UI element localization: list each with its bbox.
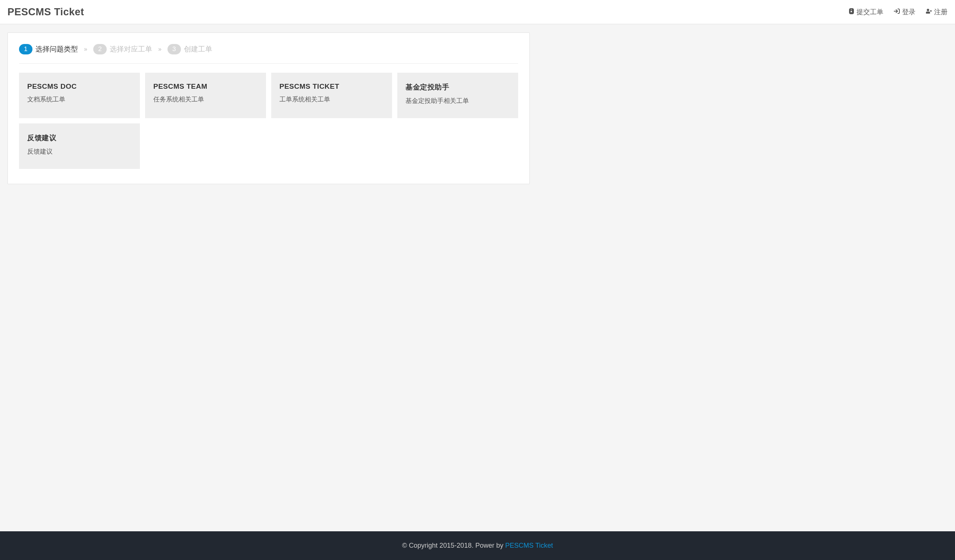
category-grid: PESCMS DOC 文档系统工单 PESCMS TEAM 任务系统相关工单 P…: [19, 73, 518, 169]
category-desc: 工单系统相关工单: [279, 95, 384, 104]
step-1: 1 选择问题类型: [19, 44, 78, 55]
step-label: 创建工单: [184, 44, 212, 54]
category-title: 反馈建议: [27, 133, 132, 143]
step-label: 选择对应工单: [110, 44, 152, 54]
footer-link[interactable]: PESCMS Ticket: [505, 542, 553, 549]
chevron-right-icon: »: [84, 46, 87, 53]
category-title: PESCMS TICKET: [279, 83, 384, 90]
steps-breadcrumb: 1 选择问题类型 » 2 选择对应工单 » 3 创建工单: [19, 44, 518, 64]
category-card-pescms-doc[interactable]: PESCMS DOC 文档系统工单: [19, 73, 140, 118]
nav-label: 提交工单: [856, 8, 883, 16]
category-title: PESCMS DOC: [27, 83, 132, 90]
step-3: 3 创建工单: [168, 44, 212, 55]
step-number: 3: [168, 44, 181, 55]
register-link[interactable]: 注册: [926, 8, 947, 16]
step-2: 2 选择对应工单: [93, 44, 152, 55]
login-icon: [894, 8, 900, 16]
content-card: 1 选择问题类型 » 2 选择对应工单 » 3 创建工单 PESCMS DOC …: [8, 33, 530, 184]
logo[interactable]: PESCMS Ticket: [8, 6, 84, 18]
main-container: 1 选择问题类型 » 2 选择对应工单 » 3 创建工单 PESCMS DOC …: [0, 24, 955, 531]
category-desc: 基金定投助手相关工单: [405, 97, 510, 105]
step-label: 选择问题类型: [36, 44, 78, 54]
nav-label: 登录: [902, 8, 916, 16]
category-card-pescms-team[interactable]: PESCMS TEAM 任务系统相关工单: [145, 73, 266, 118]
ticket-icon: [848, 8, 854, 16]
category-desc: 反馈建议: [27, 147, 132, 156]
step-number: 2: [93, 44, 107, 55]
chevron-right-icon: »: [158, 46, 161, 53]
login-link[interactable]: 登录: [894, 8, 916, 16]
copyright-text: © Copyright 2015-2018. Power by: [402, 542, 505, 549]
nav-right: 提交工单 登录 注册: [848, 8, 947, 16]
submit-ticket-link[interactable]: 提交工单: [848, 8, 883, 16]
footer: © Copyright 2015-2018. Power by PESCMS T…: [0, 531, 955, 560]
nav-label: 注册: [934, 8, 947, 16]
user-plus-icon: [926, 8, 932, 16]
category-desc: 任务系统相关工单: [153, 95, 258, 104]
category-card-pescms-ticket[interactable]: PESCMS TICKET 工单系统相关工单: [271, 73, 392, 118]
category-title: PESCMS TEAM: [153, 83, 258, 90]
category-card-fund-helper[interactable]: 基金定投助手 基金定投助手相关工单: [397, 73, 518, 118]
category-title: 基金定投助手: [405, 83, 510, 92]
category-card-feedback[interactable]: 反馈建议 反馈建议: [19, 123, 140, 169]
step-number: 1: [19, 44, 33, 55]
category-desc: 文档系统工单: [27, 95, 132, 104]
header: PESCMS Ticket 提交工单 登录 注册: [0, 0, 955, 24]
